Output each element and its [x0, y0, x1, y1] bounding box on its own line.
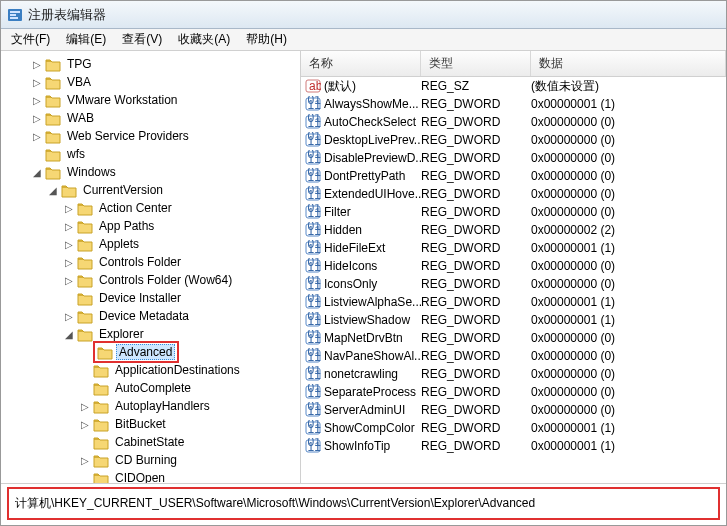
tree-node[interactable]: ◢Windows [31, 163, 300, 181]
caret-closed-icon[interactable]: ▷ [79, 400, 91, 412]
tree-pane[interactable]: ▷TPG▷VBA▷VMware Workstation▷WAB▷Web Serv… [1, 51, 301, 483]
menu-view[interactable]: 查看(V) [116, 29, 168, 50]
tree-node[interactable]: ▷Applets [63, 235, 300, 253]
menu-favorites[interactable]: 收藏夹(A) [172, 29, 236, 50]
list-row[interactable]: 011110DesktopLivePrev...REG_DWORD0x00000… [301, 131, 726, 149]
list-row[interactable]: 011110IconsOnlyREG_DWORD0x00000000 (0) [301, 275, 726, 293]
col-name[interactable]: 名称 [301, 51, 421, 76]
tree-node[interactable]: ▷VMware Workstation [31, 91, 300, 109]
tree-label[interactable]: VMware Workstation [64, 92, 180, 108]
tree-label[interactable]: wfs [64, 146, 88, 162]
menu-help[interactable]: 帮助(H) [240, 29, 293, 50]
tree-node[interactable]: ▷CD Burning [79, 451, 300, 469]
col-data[interactable]: 数据 [531, 51, 726, 76]
caret-closed-icon[interactable]: ▷ [63, 274, 75, 286]
tree-label[interactable]: Device Installer [96, 290, 184, 306]
tree-label[interactable]: Windows [64, 164, 119, 180]
list-row[interactable]: 011110ListviewShadowREG_DWORD0x00000001 … [301, 311, 726, 329]
caret-closed-icon[interactable]: ▷ [63, 202, 75, 214]
list-row[interactable]: 011110DisablePreviewD...REG_DWORD0x00000… [301, 149, 726, 167]
list-row[interactable]: 011110AutoCheckSelectREG_DWORD0x00000000… [301, 113, 726, 131]
caret-closed-icon[interactable]: ▷ [63, 238, 75, 250]
tree-node[interactable]: ◢CurrentVersion [47, 181, 300, 199]
caret-closed-icon[interactable]: ▷ [31, 112, 43, 124]
col-type[interactable]: 类型 [421, 51, 531, 76]
tree-label[interactable]: Web Service Providers [64, 128, 192, 144]
caret-closed-icon[interactable]: ▷ [31, 58, 43, 70]
list-row[interactable]: 011110NavPaneShowAl...REG_DWORD0x0000000… [301, 347, 726, 365]
tree-node[interactable]: ▷AutoplayHandlers [79, 397, 300, 415]
list-row[interactable]: 011110ExtendedUIHove...REG_DWORD0x000000… [301, 185, 726, 203]
tree-node[interactable]: ▷Action Center [63, 199, 300, 217]
tree-node[interactable]: ▷Controls Folder (Wow64) [63, 271, 300, 289]
list-row[interactable]: 011110MapNetDrvBtnREG_DWORD0x00000000 (0… [301, 329, 726, 347]
cell-type: REG_DWORD [421, 403, 531, 417]
tree-label[interactable]: AutoComplete [112, 380, 194, 396]
list-row[interactable]: 011110HideFileExtREG_DWORD0x00000001 (1) [301, 239, 726, 257]
tree-node[interactable]: CIDOpen [79, 469, 300, 483]
tree-label[interactable]: CIDOpen [112, 470, 168, 483]
cell-name: 011110ListviewShadow [305, 312, 421, 328]
tree-node[interactable]: ▷Device Metadata [63, 307, 300, 325]
tree-node[interactable]: AutoComplete [79, 379, 300, 397]
tree-node[interactable]: CabinetState [79, 433, 300, 451]
list-row[interactable]: 011110HideIconsREG_DWORD0x00000000 (0) [301, 257, 726, 275]
list-row[interactable]: 011110FilterREG_DWORD0x00000000 (0) [301, 203, 726, 221]
list-row[interactable]: 011110HiddenREG_DWORD0x00000002 (2) [301, 221, 726, 239]
list-row[interactable]: 011110ShowCompColorREG_DWORD0x00000001 (… [301, 419, 726, 437]
tree-node[interactable]: ▷BitBucket [79, 415, 300, 433]
tree-node[interactable]: Device Installer [63, 289, 300, 307]
tree-node[interactable]: ▷Controls Folder [63, 253, 300, 271]
list-row[interactable]: ab(默认)REG_SZ(数值未设置) [301, 77, 726, 95]
tree-label[interactable]: Controls Folder [96, 254, 184, 270]
tree-node[interactable]: ▷App Paths [63, 217, 300, 235]
tree-label[interactable]: AutoplayHandlers [112, 398, 213, 414]
list-row[interactable]: 011110ListviewAlphaSe...REG_DWORD0x00000… [301, 293, 726, 311]
tree-label[interactable]: App Paths [96, 218, 157, 234]
tree-node[interactable]: ▷VBA [31, 73, 300, 91]
tree-label[interactable]: BitBucket [112, 416, 169, 432]
tree-label[interactable]: Controls Folder (Wow64) [96, 272, 235, 288]
list-row[interactable]: 011110SeparateProcessREG_DWORD0x00000000… [301, 383, 726, 401]
tree-label[interactable]: WAB [64, 110, 97, 126]
list-row[interactable]: 011110nonetcrawlingREG_DWORD0x00000000 (… [301, 365, 726, 383]
caret-closed-icon[interactable]: ▷ [31, 76, 43, 88]
caret-closed-icon[interactable]: ▷ [31, 130, 43, 142]
caret-closed-icon[interactable]: ▷ [63, 310, 75, 322]
caret-closed-icon[interactable]: ▷ [79, 454, 91, 466]
caret-open-icon[interactable]: ◢ [47, 184, 59, 196]
list-row[interactable]: 011110DontPrettyPathREG_DWORD0x00000000 … [301, 167, 726, 185]
tree-label[interactable]: Advanced [116, 344, 175, 360]
tree-node[interactable]: ▷WAB [31, 109, 300, 127]
tree-label[interactable]: TPG [64, 56, 95, 72]
tree-label[interactable]: CabinetState [112, 434, 187, 450]
menu-edit[interactable]: 编辑(E) [60, 29, 112, 50]
tree-label[interactable]: Explorer [96, 326, 147, 342]
tree-label[interactable]: Action Center [96, 200, 175, 216]
tree-label[interactable]: CurrentVersion [80, 182, 166, 198]
binary-value-icon: 011110 [305, 348, 321, 364]
tree-label[interactable]: CD Burning [112, 452, 180, 468]
caret-closed-icon[interactable]: ▷ [31, 94, 43, 106]
caret-closed-icon[interactable]: ▷ [79, 418, 91, 430]
menu-file[interactable]: 文件(F) [5, 29, 56, 50]
list-row[interactable]: 011110ShowInfoTipREG_DWORD0x00000001 (1) [301, 437, 726, 455]
svg-rect-3 [10, 17, 18, 19]
tree-node[interactable]: ApplicationDestinations [79, 361, 300, 379]
caret-open-icon[interactable]: ◢ [31, 166, 43, 178]
tree-label[interactable]: VBA [64, 74, 94, 90]
tree-node[interactable]: wfs [31, 145, 300, 163]
caret-closed-icon[interactable]: ▷ [63, 256, 75, 268]
tree-node[interactable]: ▷Web Service Providers [31, 127, 300, 145]
tree-label[interactable]: ApplicationDestinations [112, 362, 243, 378]
caret-closed-icon[interactable]: ▷ [63, 220, 75, 232]
tree-label[interactable]: Device Metadata [96, 308, 192, 324]
tree-label[interactable]: Applets [96, 236, 142, 252]
list-header: 名称 类型 数据 [301, 51, 726, 77]
list-pane[interactable]: 名称 类型 数据 ab(默认)REG_SZ(数值未设置)011110Always… [301, 51, 726, 483]
list-row[interactable]: 011110ServerAdminUIREG_DWORD0x00000000 (… [301, 401, 726, 419]
tree-node[interactable]: ▷TPG [31, 55, 300, 73]
tree-node[interactable]: Advanced [79, 343, 300, 361]
caret-open-icon[interactable]: ◢ [63, 328, 75, 340]
list-row[interactable]: 011110AlwaysShowMe...REG_DWORD0x00000001… [301, 95, 726, 113]
